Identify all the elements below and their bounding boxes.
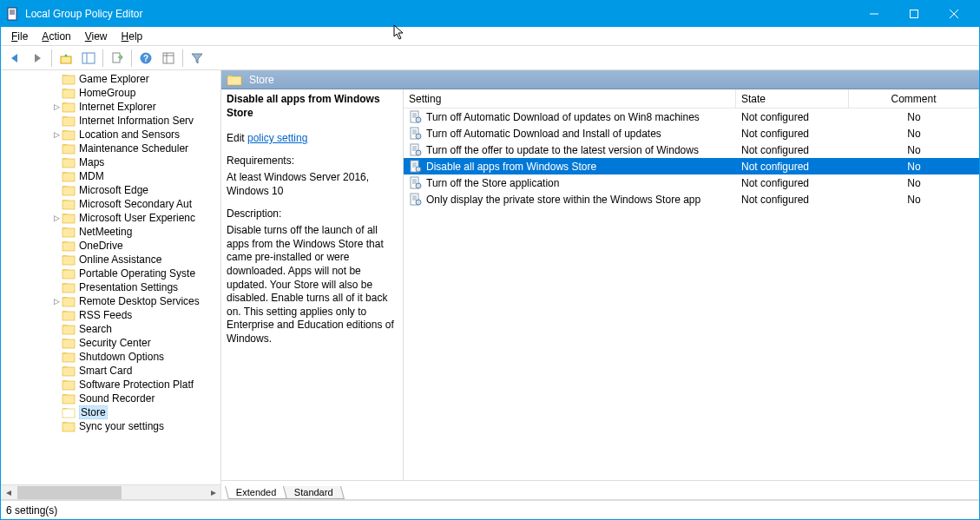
tree-item[interactable]: ▷Location and Sensors xyxy=(1,128,220,142)
cell-comment: No xyxy=(849,144,979,156)
show-hide-tree-button[interactable] xyxy=(78,48,99,69)
tree-item[interactable]: Online Assistance xyxy=(1,253,220,267)
menu-action[interactable]: Action xyxy=(35,29,77,44)
tree-item-label: RSS Feeds xyxy=(79,309,132,321)
maximize-button[interactable] xyxy=(894,1,934,27)
tree-item[interactable]: Sound Recorder xyxy=(1,392,220,405)
window-title: Local Group Policy Editor xyxy=(25,8,854,20)
tree-item[interactable]: Internet Information Serv xyxy=(1,114,220,128)
tree-item[interactable]: MDM xyxy=(1,169,220,183)
tree-item-label: Presentation Settings xyxy=(79,281,178,293)
tree-item[interactable]: ▷Internet Explorer xyxy=(1,100,220,114)
toolbar-separator xyxy=(182,49,183,67)
filter-button[interactable] xyxy=(187,48,207,69)
app-icon xyxy=(6,7,20,21)
breadcrumb-label: Store xyxy=(249,74,274,86)
column-state[interactable]: State xyxy=(736,89,849,108)
chevron-right-icon[interactable]: ▷ xyxy=(51,130,62,139)
tree-item[interactable]: Search xyxy=(1,322,220,336)
svg-rect-9 xyxy=(82,53,95,63)
chevron-right-icon[interactable]: ▷ xyxy=(51,297,62,306)
cell-state: Not configured xyxy=(736,194,849,206)
chevron-right-icon[interactable]: ▷ xyxy=(51,102,62,111)
edit-policy-link[interactable]: policy setting xyxy=(247,132,307,144)
tree-item[interactable]: OneDrive xyxy=(1,239,220,253)
listview-row[interactable]: Only display the private store within th… xyxy=(404,191,979,207)
cell-state: Not configured xyxy=(736,177,849,189)
tree-item-label: Maintenance Scheduler xyxy=(79,142,188,155)
tree[interactable]: Game ExplorerHomeGroup▷Internet Explorer… xyxy=(1,70,220,484)
tree-item-label: MDM xyxy=(79,170,104,182)
svg-rect-24 xyxy=(62,173,75,181)
svg-rect-14 xyxy=(163,53,174,63)
tree-item-label: Location and Sensors xyxy=(79,128,180,141)
svg-rect-29 xyxy=(62,242,75,251)
tree-item-label: Shutdown Options xyxy=(79,351,164,363)
tree-item[interactable]: Maps xyxy=(1,155,220,169)
tree-item[interactable]: Presentation Settings xyxy=(1,280,220,294)
toolbar-separator xyxy=(131,49,132,67)
up-button[interactable] xyxy=(56,48,76,69)
main-pane: Game ExplorerHomeGroup▷Internet Explorer… xyxy=(1,70,979,500)
cell-state: Not configured xyxy=(736,144,849,156)
tree-item[interactable]: Software Protection Platf xyxy=(1,378,220,392)
tree-item[interactable]: Smart Card xyxy=(1,364,220,378)
scroll-right-icon[interactable]: ▸ xyxy=(206,485,220,500)
tree-item-label: Microsoft Secondary Aut xyxy=(79,198,192,210)
tree-item[interactable]: Maintenance Scheduler xyxy=(1,142,220,155)
help-button[interactable]: ? xyxy=(135,48,156,69)
tree-item-label: Store xyxy=(79,405,108,419)
tab-extended[interactable]: Extended xyxy=(225,486,288,499)
tree-item[interactable]: Sync your settings xyxy=(1,419,220,433)
svg-rect-41 xyxy=(62,409,75,418)
tree-item[interactable]: Portable Operating Syste xyxy=(1,267,220,280)
menu-file[interactable]: File xyxy=(4,29,35,44)
tree-item[interactable]: Security Center xyxy=(1,336,220,350)
menu-view[interactable]: View xyxy=(78,29,115,44)
requirements-text: At least Windows Server 2016, Windows 10 xyxy=(227,171,394,198)
breadcrumb: Store xyxy=(221,70,979,89)
cell-state: Not configured xyxy=(736,128,849,140)
back-button[interactable] xyxy=(4,48,25,69)
listview-row[interactable]: Turn off Automatic Download of updates o… xyxy=(404,109,979,125)
column-comment[interactable]: Comment xyxy=(849,89,979,108)
export-button[interactable] xyxy=(107,48,128,69)
tree-item[interactable]: Shutdown Options xyxy=(1,350,220,364)
scroll-thumb[interactable] xyxy=(17,486,122,499)
svg-point-63 xyxy=(416,167,421,172)
tree-horizontal-scrollbar[interactable]: ◂ ▸ xyxy=(1,484,220,499)
listview-row[interactable]: Turn off the offer to update to the late… xyxy=(404,142,979,158)
listview-row[interactable]: Turn off Automatic Download and Install … xyxy=(404,125,979,142)
tab-standard[interactable]: Standard xyxy=(283,486,345,499)
properties-button[interactable] xyxy=(158,48,179,69)
tree-item[interactable]: NetMeeting xyxy=(1,225,220,239)
details-title: Disable all apps from Windows Store xyxy=(227,93,394,120)
tree-item[interactable]: RSS Feeds xyxy=(1,308,220,322)
listview-body[interactable]: Turn off Automatic Download of updates o… xyxy=(404,109,979,480)
edit-policy-line: Edit policy setting xyxy=(227,132,394,146)
minimize-button[interactable] xyxy=(854,1,894,27)
close-button[interactable] xyxy=(934,1,974,27)
tree-item[interactable]: Store xyxy=(1,405,220,419)
tree-item[interactable]: HomeGroup xyxy=(1,86,220,100)
tree-item[interactable]: ▷Microsoft User Experienc xyxy=(1,211,220,225)
tree-item-label: Search xyxy=(79,323,112,335)
chevron-right-icon[interactable]: ▷ xyxy=(51,214,62,222)
tree-item[interactable]: Game Explorer xyxy=(1,72,220,86)
cell-setting: Turn off the offer to update to the late… xyxy=(404,143,736,157)
cell-setting: Disable all apps from Windows Store xyxy=(404,160,736,174)
scroll-left-icon[interactable]: ◂ xyxy=(1,485,16,500)
listview-row[interactable]: Disable all apps from Windows StoreNot c… xyxy=(404,158,979,174)
tree-pane: Game ExplorerHomeGroup▷Internet Explorer… xyxy=(1,70,221,499)
svg-point-58 xyxy=(416,150,421,155)
details-pane: Disable all apps from Windows Store Edit… xyxy=(221,89,404,480)
tree-item[interactable]: ▷Remote Desktop Services xyxy=(1,294,220,308)
tree-item[interactable]: Microsoft Secondary Aut xyxy=(1,197,220,211)
cell-state: Not configured xyxy=(736,161,849,173)
listview-row[interactable]: Turn off the Store applicationNot config… xyxy=(404,174,979,191)
column-setting[interactable]: Setting xyxy=(404,89,736,108)
menu-help[interactable]: Help xyxy=(115,29,150,44)
tree-item[interactable]: Microsoft Edge xyxy=(1,183,220,197)
svg-rect-20 xyxy=(62,117,75,126)
forward-button[interactable] xyxy=(27,48,48,69)
